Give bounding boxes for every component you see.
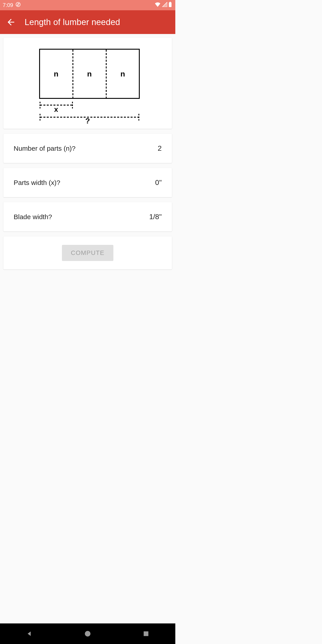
arrow-left-icon [6,17,16,27]
num-parts-value: 2 [158,144,162,152]
page-title: Length of lumber needed [24,18,120,27]
status-time: 7:09 [3,2,13,8]
status-bar: 7:09 [0,0,175,10]
svg-text:x: x [54,105,58,113]
svg-rect-2 [169,2,172,7]
app-bar: Length of lumber needed [0,10,175,34]
svg-text:?: ? [86,116,90,124]
compute-card: COMPUTE [3,236,172,270]
svg-text:n: n [87,70,92,78]
lumber-diagram: n n n x ? [26,43,149,124]
blade-width-label: Blade width? [14,213,52,221]
svg-text:n: n [54,70,58,78]
diagram-card: n n n x ? [3,38,172,129]
no-sim-icon [16,2,21,8]
blade-width-value: 1/8" [149,213,162,221]
input-parts-width[interactable]: Parts width (x)? 0" [3,168,172,197]
input-num-parts[interactable]: Number of parts (n)? 2 [3,134,172,163]
back-button[interactable] [3,14,19,30]
content-area: n n n x ? Number of parts (n)? 2 Parts w… [0,34,175,270]
parts-width-label: Parts width (x)? [14,179,60,186]
wifi-icon [155,2,160,8]
compute-button[interactable]: COMPUTE [62,245,114,261]
input-blade-width[interactable]: Blade width? 1/8" [3,202,172,232]
signal-icon [162,2,167,8]
battery-icon [168,2,172,8]
num-parts-label: Number of parts (n)? [14,145,76,152]
parts-width-value: 0" [155,178,162,187]
svg-text:n: n [120,70,125,78]
